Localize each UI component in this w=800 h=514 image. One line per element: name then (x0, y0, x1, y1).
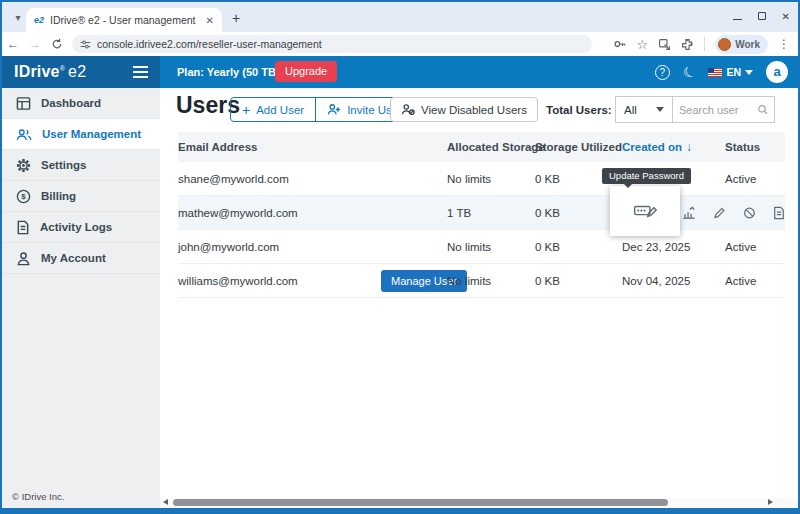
svg-text:$: $ (21, 192, 26, 201)
cell-allocated: No limits (447, 162, 491, 195)
dropdown-caret-icon (656, 107, 664, 112)
account-avatar[interactable]: a (766, 61, 788, 83)
sidebar-item-dashboard[interactable]: Dashboard (2, 88, 160, 119)
add-user-button[interactable]: + Add User (231, 98, 315, 121)
toolbar-divider (704, 37, 705, 51)
column-header-email: Email Address (178, 132, 257, 162)
window-minimize-button[interactable] (733, 19, 742, 20)
language-caret-icon (745, 70, 753, 75)
table-row-williams[interactable]: williams@myworld.com Manage User No limi… (178, 264, 785, 298)
invite-user-icon (327, 103, 341, 116)
copyright-text: © IDrive Inc. (12, 491, 64, 502)
column-header-allocated-storage: Allocated Storage (447, 132, 545, 162)
view-disabled-users-button[interactable]: View Disabled Users (390, 97, 538, 122)
table-row-mathew[interactable]: mathew@myworld.com 1 TB 0 KB @ (178, 196, 785, 230)
window-maximize-button[interactable] (758, 12, 766, 20)
new-tab-button[interactable]: + (232, 10, 240, 26)
cell-utilized: 0 KB (535, 196, 560, 229)
tab-title: IDrive® e2 - User management (50, 14, 204, 26)
hamburger-menu-icon[interactable] (133, 66, 148, 78)
disable-icon[interactable] (743, 206, 756, 220)
browser-tab[interactable]: e2 IDrive® e2 - User management ✕ (26, 8, 222, 32)
sidebar-item-billing[interactable]: $ Billing (2, 181, 160, 212)
usage-statistics-icon[interactable] (682, 206, 696, 220)
table-row-john[interactable]: john@myworld.com No limits 0 KB Dec 23, … (178, 230, 785, 264)
billing-dollar-icon: $ (16, 189, 31, 204)
sidebar: Dashboard User Management Settings $ Bil… (2, 88, 160, 508)
extension-action-icon[interactable] (658, 38, 671, 51)
address-bar[interactable]: console.idrivee2.com/reseller-user-manag… (72, 35, 592, 53)
activity-logs-icon[interactable] (773, 206, 785, 220)
site-favicon: e2 (34, 15, 44, 25)
language-selector[interactable]: EN (708, 66, 753, 78)
search-input[interactable] (679, 104, 757, 116)
update-password-icon (633, 202, 657, 220)
upgrade-button[interactable]: Upgrade (275, 61, 337, 82)
edit-icon[interactable] (713, 206, 726, 220)
sort-descending-icon: ↓ (686, 140, 692, 154)
cell-status: Active (725, 162, 756, 195)
bookmark-star-icon[interactable]: ☆ (637, 37, 649, 52)
forward-button[interactable]: → (24, 37, 46, 51)
browser-toolbar: ← → console.idrivee2.com/reseller-user-m… (2, 32, 798, 56)
activity-logs-icon (16, 220, 30, 235)
site-info-icon[interactable] (80, 39, 91, 50)
cell-email: john@myworld.com (178, 230, 279, 263)
dashboard-icon (16, 96, 31, 111)
search-box (672, 96, 775, 123)
us-flag-icon (708, 68, 722, 77)
scroll-right-arrow-icon[interactable] (768, 499, 773, 505)
column-header-storage-utilized: Storage Utilized (535, 132, 622, 162)
url-text: console.idrivee2.com/reseller-user-manag… (97, 38, 322, 50)
sidebar-item-settings[interactable]: Settings (2, 150, 160, 181)
cell-utilized: 0 KB (535, 162, 560, 195)
update-password-popup[interactable] (610, 186, 680, 236)
cell-allocated: No limits (447, 230, 491, 263)
password-manager-key-icon[interactable] (613, 37, 627, 51)
scroll-left-arrow-icon[interactable] (163, 499, 168, 505)
browser-menu-icon[interactable]: ⋮ (778, 37, 790, 51)
column-header-status: Status (725, 132, 760, 162)
cell-status: Active (725, 230, 756, 263)
table-header: Email Address Allocated Storage Storage … (178, 132, 785, 162)
profile-name: Work (735, 39, 760, 50)
settings-gear-icon (16, 158, 31, 173)
disabled-user-icon (401, 103, 415, 116)
total-users-label: Total Users: 3 (546, 104, 621, 116)
search-icon[interactable] (757, 103, 768, 116)
sidebar-item-activity-logs[interactable]: Activity Logs (2, 212, 160, 243)
back-button[interactable]: ← (2, 37, 24, 51)
tab-search-chevron-icon[interactable]: ▾ (10, 10, 26, 26)
app-header: IDrive®e2 Plan: Yearly (50 TB) Upgrade ?… (2, 56, 798, 88)
scrollbar-thumb[interactable] (173, 499, 668, 506)
cell-status: Active (725, 264, 756, 297)
table-row-shane[interactable]: shane@myworld.com No limits 0 KB Active (178, 162, 785, 196)
my-account-person-icon (16, 251, 31, 266)
cell-utilized: 0 KB (535, 230, 560, 263)
sidebar-item-my-account[interactable]: My Account (2, 243, 160, 274)
cell-email: williams@myworld.com (178, 264, 298, 297)
dark-mode-moon-icon[interactable]: ☾ (680, 62, 698, 82)
cell-allocated: 1 TB (447, 196, 471, 229)
language-code: EN (726, 66, 741, 78)
cell-email: mathew@myworld.com (178, 196, 298, 229)
sidebar-item-user-management[interactable]: User Management (2, 119, 160, 150)
horizontal-scrollbar[interactable] (160, 498, 798, 507)
tab-close-icon[interactable]: ✕ (204, 15, 216, 26)
idrive-e2-logo: IDrive®e2 (14, 63, 86, 81)
browser-profile-chip[interactable]: Work (715, 35, 768, 54)
help-icon[interactable]: ? (655, 65, 670, 80)
cell-allocated: No limits (447, 264, 491, 297)
extensions-puzzle-icon[interactable] (681, 38, 694, 51)
user-filter-dropdown[interactable]: All (615, 96, 673, 123)
update-password-tooltip: Update Password (602, 168, 691, 184)
column-header-created-on[interactable]: Created on ↓ (622, 132, 692, 162)
main-content: Users + Add User Invite Users View Disab… (160, 88, 798, 508)
profile-avatar (718, 38, 731, 51)
plan-label: Plan: Yearly (50 TB) (177, 66, 280, 78)
logo-panel: IDrive®e2 (2, 56, 160, 88)
window-close-button[interactable]: ✕ (782, 11, 790, 22)
reload-button[interactable] (46, 38, 68, 50)
plus-icon: + (242, 102, 250, 118)
user-management-icon (16, 127, 32, 142)
